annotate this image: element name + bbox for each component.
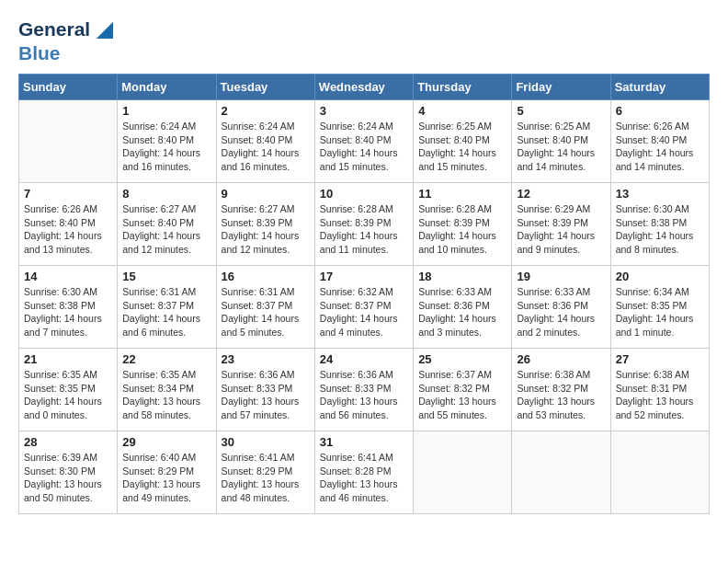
day-number: 17: [320, 270, 408, 283]
calendar-cell: 12Sunrise: 6:29 AM Sunset: 8:39 PM Dayli…: [512, 182, 610, 265]
day-number: 12: [517, 187, 605, 201]
day-number: 30: [222, 435, 310, 449]
day-info: Sunrise: 6:37 AM Sunset: 8:32 PM Dayligh…: [418, 368, 506, 422]
calendar-cell: 16Sunrise: 6:31 AM Sunset: 8:37 PM Dayli…: [216, 265, 314, 348]
calendar-cell: 7Sunrise: 6:26 AM Sunset: 8:40 PM Daylig…: [19, 182, 118, 265]
calendar-cell: [610, 431, 709, 513]
day-number: 27: [616, 352, 704, 366]
calendar-cell: 25Sunrise: 6:37 AM Sunset: 8:32 PM Dayli…: [414, 348, 512, 431]
calendar-cell: 5Sunrise: 6:25 AM Sunset: 8:40 PM Daylig…: [512, 99, 610, 182]
day-number: 10: [320, 187, 408, 201]
day-info: Sunrise: 6:34 AM Sunset: 8:35 PM Dayligh…: [616, 285, 704, 339]
day-info: Sunrise: 6:41 AM Sunset: 8:29 PM Dayligh…: [222, 451, 310, 505]
day-number: 26: [517, 352, 605, 366]
day-info: Sunrise: 6:30 AM Sunset: 8:38 PM Dayligh…: [24, 285, 112, 339]
calendar-cell: 15Sunrise: 6:31 AM Sunset: 8:37 PM Dayli…: [118, 265, 216, 348]
day-number: 11: [418, 187, 506, 201]
calendar-cell: [414, 431, 512, 513]
calendar-cell: 23Sunrise: 6:36 AM Sunset: 8:33 PM Dayli…: [216, 348, 314, 431]
weekday-header-tuesday: Tuesday: [216, 74, 314, 99]
weekday-header-monday: Monday: [118, 74, 216, 99]
day-number: 31: [320, 435, 408, 449]
day-info: Sunrise: 6:35 AM Sunset: 8:35 PM Dayligh…: [24, 368, 112, 422]
day-info: Sunrise: 6:26 AM Sunset: 8:40 PM Dayligh…: [24, 202, 112, 257]
day-info: Sunrise: 6:31 AM Sunset: 8:37 PM Dayligh…: [122, 285, 210, 339]
day-info: Sunrise: 6:36 AM Sunset: 8:33 PM Dayligh…: [320, 368, 408, 422]
day-number: 2: [222, 104, 310, 118]
calendar-cell: 24Sunrise: 6:36 AM Sunset: 8:33 PM Dayli…: [314, 348, 413, 431]
calendar-cell: 2Sunrise: 6:24 AM Sunset: 8:40 PM Daylig…: [216, 99, 314, 182]
day-number: 24: [320, 352, 408, 366]
calendar-week-row: 14Sunrise: 6:30 AM Sunset: 8:38 PM Dayli…: [19, 265, 710, 348]
day-number: 13: [616, 187, 704, 201]
day-number: 28: [24, 435, 112, 449]
day-number: 7: [24, 187, 112, 201]
day-number: 21: [24, 352, 112, 366]
calendar-cell: 19Sunrise: 6:33 AM Sunset: 8:36 PM Dayli…: [512, 265, 610, 348]
day-info: Sunrise: 6:33 AM Sunset: 8:36 PM Dayligh…: [517, 285, 605, 339]
day-info: Sunrise: 6:32 AM Sunset: 8:37 PM Dayligh…: [320, 285, 408, 339]
day-info: Sunrise: 6:41 AM Sunset: 8:28 PM Dayligh…: [320, 451, 408, 505]
calendar-cell: 4Sunrise: 6:25 AM Sunset: 8:40 PM Daylig…: [414, 99, 512, 182]
day-number: 20: [616, 270, 704, 283]
day-info: Sunrise: 6:35 AM Sunset: 8:34 PM Dayligh…: [122, 368, 210, 422]
calendar-week-row: 7Sunrise: 6:26 AM Sunset: 8:40 PM Daylig…: [19, 182, 710, 265]
day-number: 8: [122, 187, 210, 201]
calendar-cell: [19, 99, 118, 182]
calendar-table: SundayMondayTuesdayWednesdayThursdayFrid…: [18, 74, 710, 514]
day-info: Sunrise: 6:31 AM Sunset: 8:37 PM Dayligh…: [222, 285, 310, 339]
day-info: Sunrise: 6:39 AM Sunset: 8:30 PM Dayligh…: [24, 451, 112, 505]
calendar-cell: [512, 431, 610, 513]
calendar-week-row: 28Sunrise: 6:39 AM Sunset: 8:30 PM Dayli…: [19, 431, 710, 513]
calendar-cell: 9Sunrise: 6:27 AM Sunset: 8:39 PM Daylig…: [216, 182, 314, 265]
calendar-cell: 3Sunrise: 6:24 AM Sunset: 8:40 PM Daylig…: [314, 99, 413, 182]
calendar-cell: 1Sunrise: 6:24 AM Sunset: 8:40 PM Daylig…: [118, 99, 216, 182]
day-number: 1: [122, 104, 210, 118]
day-info: Sunrise: 6:26 AM Sunset: 8:40 PM Dayligh…: [616, 120, 704, 174]
day-number: 23: [222, 352, 310, 366]
calendar-cell: 11Sunrise: 6:28 AM Sunset: 8:39 PM Dayli…: [414, 182, 512, 265]
calendar-cell: 26Sunrise: 6:38 AM Sunset: 8:32 PM Dayli…: [512, 348, 610, 431]
calendar-cell: 27Sunrise: 6:38 AM Sunset: 8:31 PM Dayli…: [610, 348, 709, 431]
calendar-cell: 10Sunrise: 6:28 AM Sunset: 8:39 PM Dayli…: [314, 182, 413, 265]
calendar-week-row: 1Sunrise: 6:24 AM Sunset: 8:40 PM Daylig…: [19, 99, 710, 182]
weekday-header-saturday: Saturday: [610, 74, 709, 99]
calendar-cell: 29Sunrise: 6:40 AM Sunset: 8:29 PM Dayli…: [118, 431, 216, 513]
weekday-header-friday: Friday: [512, 74, 610, 99]
calendar-cell: 8Sunrise: 6:27 AM Sunset: 8:40 PM Daylig…: [118, 182, 216, 265]
day-info: Sunrise: 6:25 AM Sunset: 8:40 PM Dayligh…: [517, 120, 605, 174]
day-info: Sunrise: 6:38 AM Sunset: 8:32 PM Dayligh…: [517, 368, 605, 422]
day-info: Sunrise: 6:27 AM Sunset: 8:39 PM Dayligh…: [222, 202, 310, 257]
day-info: Sunrise: 6:24 AM Sunset: 8:40 PM Dayligh…: [122, 120, 210, 174]
day-info: Sunrise: 6:38 AM Sunset: 8:31 PM Dayligh…: [616, 368, 704, 422]
day-info: Sunrise: 6:28 AM Sunset: 8:39 PM Dayligh…: [320, 202, 408, 257]
calendar-cell: 17Sunrise: 6:32 AM Sunset: 8:37 PM Dayli…: [314, 265, 413, 348]
day-info: Sunrise: 6:28 AM Sunset: 8:39 PM Dayligh…: [418, 202, 506, 257]
calendar-cell: 21Sunrise: 6:35 AM Sunset: 8:35 PM Dayli…: [19, 348, 118, 431]
calendar-cell: 14Sunrise: 6:30 AM Sunset: 8:38 PM Dayli…: [19, 265, 118, 348]
page-header: General Blue: [18, 18, 710, 64]
calendar-cell: 31Sunrise: 6:41 AM Sunset: 8:28 PM Dayli…: [314, 431, 413, 513]
calendar-cell: 6Sunrise: 6:26 AM Sunset: 8:40 PM Daylig…: [610, 99, 709, 182]
day-number: 9: [222, 187, 310, 201]
day-number: 4: [418, 104, 506, 118]
calendar-week-row: 21Sunrise: 6:35 AM Sunset: 8:35 PM Dayli…: [19, 348, 710, 431]
day-info: Sunrise: 6:36 AM Sunset: 8:33 PM Dayligh…: [222, 368, 310, 422]
calendar-cell: 30Sunrise: 6:41 AM Sunset: 8:29 PM Dayli…: [216, 431, 314, 513]
calendar-cell: 13Sunrise: 6:30 AM Sunset: 8:38 PM Dayli…: [610, 182, 709, 265]
day-info: Sunrise: 6:30 AM Sunset: 8:38 PM Dayligh…: [616, 202, 704, 257]
day-number: 6: [616, 104, 704, 118]
calendar-cell: 20Sunrise: 6:34 AM Sunset: 8:35 PM Dayli…: [610, 265, 709, 348]
day-info: Sunrise: 6:33 AM Sunset: 8:36 PM Dayligh…: [418, 285, 506, 339]
weekday-header-wednesday: Wednesday: [314, 74, 413, 99]
day-number: 19: [517, 270, 605, 283]
day-info: Sunrise: 6:40 AM Sunset: 8:29 PM Dayligh…: [122, 451, 210, 505]
day-number: 14: [24, 270, 112, 283]
weekday-header-row: SundayMondayTuesdayWednesdayThursdayFrid…: [19, 74, 710, 99]
day-info: Sunrise: 6:24 AM Sunset: 8:40 PM Dayligh…: [222, 120, 310, 174]
day-number: 3: [320, 104, 408, 118]
calendar-cell: 18Sunrise: 6:33 AM Sunset: 8:36 PM Dayli…: [414, 265, 512, 348]
day-number: 16: [222, 270, 310, 283]
day-number: 5: [517, 104, 605, 118]
weekday-header-thursday: Thursday: [414, 74, 512, 99]
